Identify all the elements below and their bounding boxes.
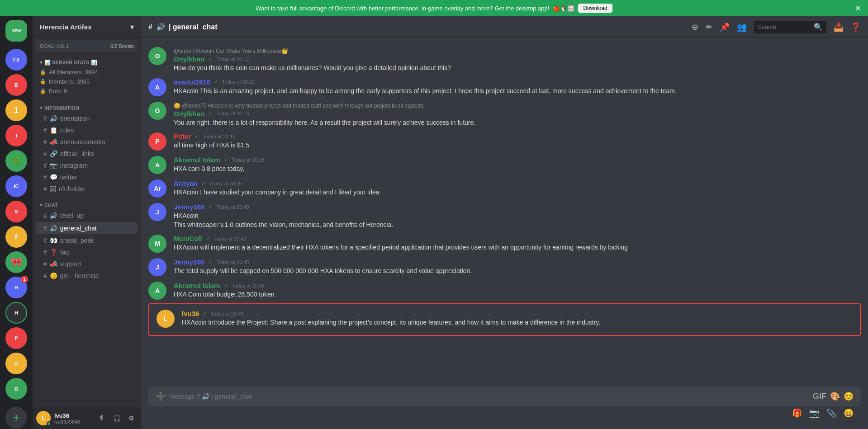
server-icon-icco[interactable]: IC <box>5 175 27 197</box>
banner-linux-icon: 🐧 <box>560 5 567 12</box>
settings-button[interactable]: ⚙ <box>125 412 138 424</box>
channel-rules[interactable]: # 📋 rules <box>36 125 138 136</box>
verify-icon: ✓ <box>208 110 213 117</box>
chevron-down-icon-info: ▾ <box>40 105 43 111</box>
inbox-icon[interactable]: 📥 <box>834 22 844 32</box>
channel-name-nft: nft-holder <box>59 185 85 193</box>
plus-icon[interactable]: ➕ <box>156 391 166 401</box>
channel-faq[interactable]: # ❓ faq <box>36 247 138 258</box>
message-header: Arriyan ✓ Today at 20:25 <box>174 179 861 187</box>
main-layout: NEW FX B 1 T 🌿 IC S ₿ 🎀 H 1 H P G D + 🧭 … <box>0 16 868 429</box>
message-input-area: ➕ GIF 🎨 😊 🎁 📷 📎 😄 <box>141 387 868 429</box>
search-input[interactable] <box>758 24 811 30</box>
channel-official-links[interactable]: # 🔗 official_links <box>36 148 138 159</box>
banner-text: Want to take full advantage of Discord w… <box>256 5 549 12</box>
server-icon-hxa[interactable]: H <box>5 302 27 324</box>
message-group: Ar Arriyan ✓ Today at 20:25 HXAcoin I ha… <box>141 178 868 199</box>
sticker-icon[interactable]: 🎨 <box>830 391 840 401</box>
server-icon-active[interactable]: H 1 <box>5 277 27 298</box>
username-display: lvu36 <box>54 412 92 419</box>
channel-gm-herencia[interactable]: # 😊 gm - herencia <box>36 270 138 281</box>
channel-sneak-peek[interactable]: # 👀 sneak_peek <box>36 235 138 246</box>
download-button[interactable]: Download <box>578 4 612 13</box>
category-chat[interactable]: ▾ CHAT <box>33 195 141 210</box>
gif-icon[interactable]: GIF <box>813 392 826 401</box>
server-icon-s15[interactable]: D <box>5 378 27 400</box>
hash-plus-icon[interactable]: ⊕ <box>692 22 698 32</box>
banner-apple-icon: 🍎 <box>553 5 560 12</box>
server-icon-fxwr[interactable]: FX <box>5 49 27 71</box>
server-icon-bitcoin[interactable]: ₿ <box>5 226 27 248</box>
message-author: Onylkhan <box>174 110 204 118</box>
verify-icon: ✓ <box>194 133 199 140</box>
user-actions: 🎙 🎧 ⚙ <box>96 412 138 424</box>
message-input[interactable] <box>169 393 809 400</box>
pin-icon[interactable]: 📌 <box>720 22 730 32</box>
question-icon[interactable]: ❓ <box>851 22 861 32</box>
attachment-icon[interactable]: 📎 <box>826 408 836 418</box>
channel-instagram[interactable]: # 📷 instagram <box>36 160 138 171</box>
channel-hash-icon-9: # <box>43 225 47 232</box>
message-text: HXAcoinThis whitepaper v.1.0 outlines th… <box>174 212 861 229</box>
channel-general-chat[interactable]: # 🔊 general_chat 👤+ <box>36 222 138 234</box>
message-content: 😊 @sohel75 Hxacoin is very trusted proje… <box>174 102 861 127</box>
message-author: Arriyan <box>174 179 198 187</box>
channel-level-up[interactable]: # 🔊 level_up <box>36 210 138 221</box>
message-timestamp: Today at 20:12 <box>222 79 255 85</box>
message-header: Onylkhan ✓ Today at 20:16 <box>174 110 861 118</box>
message-text: HXAcoin Introduce the Project: Share a p… <box>182 318 853 327</box>
server-icon-s8[interactable]: S <box>5 201 27 222</box>
server-icon-s6[interactable]: 🌿 <box>5 150 27 172</box>
server-icon-new[interactable]: NEW <box>5 20 27 42</box>
microphone-button[interactable]: 🎙 <box>96 412 109 424</box>
emoji-bottom-icon[interactable]: 😄 <box>844 408 854 418</box>
gift-icon[interactable]: 🎁 <box>792 408 802 418</box>
server-icon-s13[interactable]: P <box>5 327 27 349</box>
server-header[interactable]: Herencia Artifex ▾ <box>33 16 141 38</box>
verify-icon: ✓ <box>208 259 213 265</box>
server-icon-new-label: NEW <box>12 28 21 33</box>
search-box[interactable]: 🔍 <box>754 21 826 33</box>
channel-icon-nft: 🖼 <box>50 185 56 193</box>
edit-icon[interactable]: ✏ <box>706 22 712 32</box>
avatar: L <box>157 310 175 328</box>
message-text: HXAcoin I have studied your company in g… <box>174 188 861 197</box>
gif-bottom-icon[interactable]: 📷 <box>809 408 819 418</box>
lock-icon-1: 🔒 <box>40 69 46 75</box>
user-avatar: L <box>36 411 51 425</box>
channel-support[interactable]: # 📣 support <box>36 259 138 269</box>
message-input-box[interactable]: ➕ GIF 🎨 😊 <box>148 387 861 406</box>
channel-orientation[interactable]: # 🔊 orientation <box>36 113 138 124</box>
avatar: J <box>148 258 166 276</box>
message-text: all time high of HXA is $1.5 <box>174 141 861 150</box>
members-icon[interactable]: 👥 <box>737 22 747 32</box>
boost-bar[interactable]: GOAL: LVL 1 0/2 Boosts <box>36 40 138 52</box>
server-icon-bow[interactable]: 🎀 <box>5 251 27 273</box>
server-icon-s4[interactable]: 1 <box>5 99 27 121</box>
server-icon-red-b[interactable]: B <box>5 74 27 96</box>
channel-nft-holder[interactable]: # 🖼 nft-holder <box>36 184 138 194</box>
message-header: Jenny160 ✓ Today at 20:40 <box>174 203 861 211</box>
stats-header[interactable]: ▾ 📊 SERVER STATS 📊 <box>36 58 138 67</box>
server-icon-trading[interactable]: T <box>5 125 27 146</box>
emoji-icon[interactable]: 😊 <box>844 391 854 401</box>
message-header: McniColl ✓ Today at 20:40 <box>174 235 861 242</box>
avatar: J <box>148 203 166 221</box>
goal-label: GOAL: LVL 1 <box>40 43 69 49</box>
message-header: Akramul Islam ✓ Today at 20:45 <box>174 282 861 289</box>
banner-close-icon[interactable]: ✕ <box>855 4 861 13</box>
headphone-button[interactable]: 🎧 <box>110 412 123 424</box>
add-server-button[interactable]: + <box>5 407 27 429</box>
channel-twitter[interactable]: # 💬 twitter <box>36 172 138 183</box>
channel-hash-icon-5: # <box>43 162 47 169</box>
message-header: Jenny160 ✓ Today at 20:45 <box>174 258 861 266</box>
server-icon-s14[interactable]: G <box>5 353 27 374</box>
message-content: Akramul Islam ✓ Today at 20:45 HXA Coin … <box>174 282 861 300</box>
channel-announcements[interactable]: # 📣 announcements <box>36 137 138 147</box>
message-content: McniColl ✓ Today at 20:40 HXAcoin will i… <box>174 235 861 253</box>
messages-area[interactable]: O @ontor HXAcoin Can Make You a Milliona… <box>141 38 868 387</box>
category-information[interactable]: ▾ INFORMATION <box>33 98 141 113</box>
channel-title: | general_chat <box>169 23 218 31</box>
message-timestamp: Today at 20:18 <box>232 157 265 163</box>
category-information-label: INFORMATION <box>44 105 79 111</box>
